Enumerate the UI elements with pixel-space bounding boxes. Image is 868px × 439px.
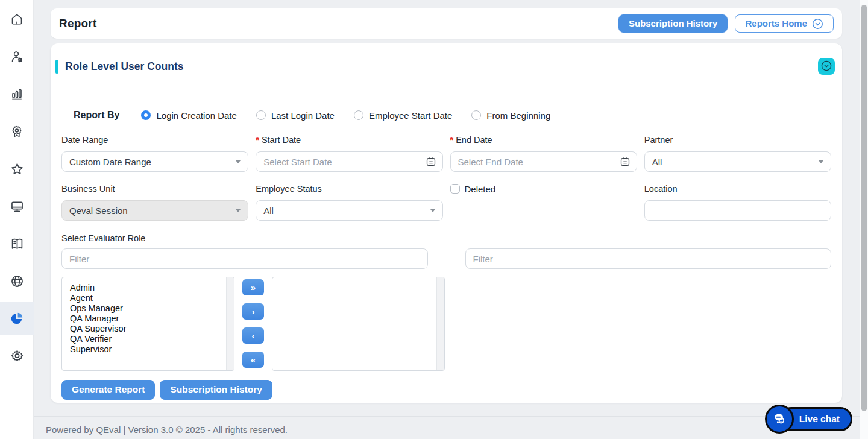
available-roles-filter-input[interactable] (61, 248, 428, 269)
end-date-field: * End Date (450, 134, 637, 172)
sidebar-item-quality[interactable] (0, 115, 34, 148)
reports-home-button[interactable]: Reports Home (735, 14, 834, 33)
available-roles-list[interactable]: Admin Agent Ops Manager QA Manager QA Su… (61, 277, 234, 371)
date-range-value: Custom Date Range (69, 157, 151, 167)
scrollbar-thumb[interactable] (861, 5, 867, 411)
sidebar-item-favorites[interactable] (0, 152, 34, 186)
main-area: Report Subscription History Reports Home… (34, 0, 868, 439)
monitor-icon (10, 199, 25, 214)
start-date-input[interactable] (256, 151, 442, 172)
pie-chart-icon (9, 311, 25, 326)
live-chat-widget[interactable]: Live chat (765, 405, 852, 434)
business-unit-select[interactable]: Qeval Session (61, 200, 248, 221)
required-asterisk: * (256, 135, 259, 145)
role-list-item[interactable]: QA Supervisor (70, 324, 234, 334)
calendar-icon[interactable] (426, 156, 436, 169)
role-list-item[interactable]: Ops Manager (70, 303, 234, 314)
footer-text: Powered by QEval | Version 3.0 © 2025 - … (46, 425, 288, 435)
home-icon (10, 12, 24, 27)
header-actions: Subscription History Reports Home (618, 14, 834, 33)
sidebar-item-analytics[interactable] (0, 302, 34, 335)
sidebar-item-home[interactable] (0, 2, 34, 36)
radio-icon (141, 110, 151, 120)
sidebar-item-globe[interactable] (0, 264, 34, 298)
deleted-field: Deleted (450, 183, 637, 221)
caret-down-icon (236, 160, 241, 163)
page-footer: Powered by QEval | Version 3.0 © 2025 - … (34, 416, 860, 435)
role-list-item[interactable]: QA Manager (70, 314, 234, 324)
role-list-item[interactable]: Admin (70, 283, 234, 293)
business-unit-label: Business Unit (61, 183, 248, 194)
caret-down-icon (430, 209, 435, 212)
panel-head: Role Level User Counts (55, 43, 835, 75)
panel-actions: Generate Report Subscription History (61, 380, 831, 400)
chevron-down-circle-icon (812, 18, 823, 30)
report-by-radio-option[interactable]: Employee Start Date (354, 110, 452, 121)
date-range-field: Date Range Custom Date Range (61, 134, 248, 172)
employee-status-label: Employee Status (256, 183, 442, 194)
deleted-label: Deleted (465, 184, 496, 194)
list-scrollbar[interactable] (436, 277, 444, 370)
sidebar-item-settings[interactable] (0, 339, 34, 373)
move-left-button[interactable]: ‹ (242, 327, 264, 344)
move-all-right-button[interactable]: » (242, 279, 264, 295)
sidebar-item-user-admin[interactable] (0, 40, 34, 74)
partner-select[interactable]: All (644, 151, 831, 172)
evaluator-role-label: Select Evaluator Role (61, 233, 831, 243)
role-list-item[interactable]: Agent (70, 293, 234, 303)
role-list-item[interactable]: QA Verifier (70, 334, 234, 344)
deleted-checkbox-row[interactable]: Deleted (450, 183, 637, 194)
report-by-radio-option[interactable]: From Beginning (471, 110, 550, 121)
live-chat-icon[interactable] (765, 405, 794, 434)
page-header: Report Subscription History Reports Home (51, 8, 842, 39)
report-by-radio-option[interactable]: Last Login Date (256, 110, 335, 121)
sidebar-item-monitor[interactable] (0, 189, 34, 223)
sidebar-item-library[interactable] (0, 227, 34, 261)
page-title: Report (59, 17, 96, 30)
location-field: Location (644, 183, 831, 221)
chevron-down-circle-icon (820, 60, 832, 74)
caret-down-icon (236, 209, 241, 212)
radio-option-label: Login Creation Date (156, 110, 236, 121)
radio-option-label: Last Login Date (271, 110, 335, 121)
move-all-left-button[interactable]: « (242, 352, 264, 368)
vertical-scrollbar[interactable] (860, 0, 868, 439)
list-scrollbar[interactable] (226, 277, 234, 370)
sidebar (0, 0, 34, 439)
employee-status-value: All (263, 206, 274, 216)
evaluator-role-section: Select Evaluator Role Admin Agent Ops Ma… (61, 233, 831, 371)
book-icon (10, 236, 25, 251)
user-gear-icon (10, 49, 24, 64)
end-date-label: End Date (456, 135, 492, 145)
start-date-field: * Start Date (256, 134, 442, 172)
sidebar-item-reports[interactable] (0, 77, 34, 111)
subscription-history-button-bottom[interactable]: Subscription History (160, 380, 272, 400)
radio-option-label: From Beginning (486, 110, 550, 121)
caret-down-icon (819, 160, 823, 163)
globe-icon (10, 274, 25, 289)
selected-roles-filter-input[interactable] (465, 248, 832, 269)
quality-badge-icon (10, 124, 24, 139)
subscription-history-button[interactable]: Subscription History (618, 14, 728, 33)
location-input[interactable] (644, 200, 831, 221)
end-date-input[interactable] (450, 151, 637, 172)
bar-chart-icon (10, 87, 24, 101)
calendar-icon[interactable] (620, 156, 631, 169)
selected-roles-list[interactable] (272, 277, 445, 371)
accent-bar (55, 60, 58, 74)
move-right-button[interactable]: › (242, 303, 264, 320)
date-range-select[interactable]: Custom Date Range (61, 151, 248, 172)
generate-report-button[interactable]: Generate Report (61, 380, 155, 400)
collapse-panel-button[interactable] (818, 58, 835, 75)
start-date-label: Start Date (262, 135, 301, 145)
role-list-item[interactable]: Supervisor (70, 344, 234, 355)
employee-status-select[interactable]: All (256, 200, 442, 221)
partner-label: Partner (644, 134, 831, 145)
gear-icon (10, 349, 25, 364)
report-by-radio-option[interactable]: Login Creation Date (141, 110, 236, 121)
checkbox-icon (450, 184, 460, 194)
radio-option-label: Employee Start Date (369, 110, 452, 121)
reports-home-label: Reports Home (745, 18, 807, 29)
radio-icon (471, 110, 481, 120)
star-icon (10, 162, 25, 177)
